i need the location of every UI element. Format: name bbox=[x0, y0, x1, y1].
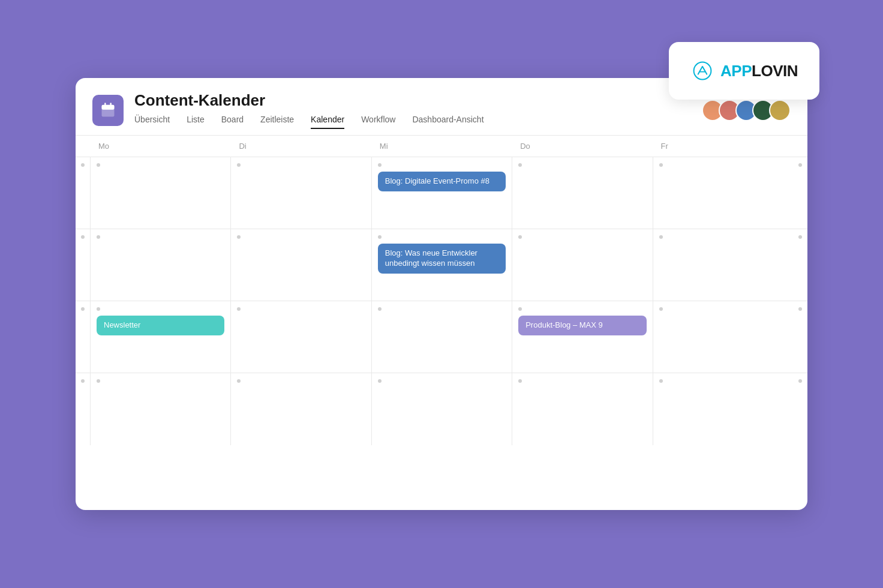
applovin-card: APPLOVIN bbox=[669, 42, 819, 100]
dot bbox=[798, 235, 802, 239]
cal-cell-mo-2[interactable] bbox=[90, 229, 230, 301]
applovin-logo-icon bbox=[690, 59, 714, 83]
main-card: APPLOVIN Content-Kalender Übersicht List… bbox=[76, 78, 807, 510]
calendar-row: Blog: Digitale Event-Promo #8 bbox=[76, 157, 807, 229]
page-title: Content-Kalender bbox=[134, 91, 691, 110]
cal-cell-mi-3[interactable] bbox=[371, 301, 512, 373]
dot bbox=[237, 235, 241, 239]
event-chip[interactable]: Produkt-Blog – MAX 9 bbox=[518, 316, 646, 335]
dot bbox=[81, 307, 85, 311]
dot bbox=[97, 307, 100, 311]
svg-point-0 bbox=[694, 62, 711, 80]
header-dot-right bbox=[793, 136, 807, 157]
row-right-dots bbox=[793, 301, 807, 373]
dot bbox=[81, 379, 85, 383]
day-header-di: Di bbox=[230, 136, 371, 157]
dot bbox=[97, 163, 100, 167]
avatar bbox=[769, 100, 791, 121]
event-chip[interactable]: Blog: Digitale Event-Promo #8 bbox=[378, 172, 506, 191]
cal-cell-mi-2[interactable]: Blog: Was neue Entwickler unbedingt wiss… bbox=[371, 229, 512, 301]
title-nav: Content-Kalender Übersicht Liste Board Z… bbox=[134, 91, 691, 129]
day-header-mo: Mo bbox=[90, 136, 230, 157]
dot bbox=[659, 163, 663, 167]
dot bbox=[659, 379, 663, 383]
cal-cell-mi-4[interactable] bbox=[371, 373, 512, 445]
header-dot-left bbox=[76, 136, 90, 157]
cal-cell-fr-2[interactable] bbox=[653, 229, 793, 301]
tab-liste[interactable]: Liste bbox=[187, 115, 205, 129]
day-header-mi: Mi bbox=[371, 136, 512, 157]
dot bbox=[659, 235, 663, 239]
tab-board[interactable]: Board bbox=[221, 115, 244, 129]
svg-rect-2 bbox=[102, 104, 115, 109]
dot bbox=[237, 307, 241, 311]
dot bbox=[378, 163, 382, 167]
tab-kalender[interactable]: Kalender bbox=[311, 115, 344, 129]
calendar-icon bbox=[100, 102, 116, 119]
dot bbox=[518, 379, 522, 383]
dot bbox=[378, 307, 382, 311]
applovin-logo: APPLOVIN bbox=[690, 59, 798, 83]
cal-cell-mo-1[interactable] bbox=[90, 157, 230, 229]
row-right-dots bbox=[793, 229, 807, 301]
tab-zeitleiste[interactable]: Zeitleiste bbox=[260, 115, 294, 129]
app-icon bbox=[92, 95, 124, 126]
dot bbox=[798, 307, 802, 311]
event-chip[interactable]: Blog: Was neue Entwickler unbedingt wiss… bbox=[378, 244, 506, 274]
dot bbox=[798, 163, 802, 167]
calendar: Mo Di Mi Do Fr Blog: bbox=[76, 135, 807, 445]
dot bbox=[97, 235, 100, 239]
calendar-body: Blog: Digitale Event-Promo #8 bbox=[76, 157, 807, 445]
row-left-dots bbox=[76, 229, 90, 301]
svg-rect-4 bbox=[110, 103, 112, 106]
row-right-dots bbox=[793, 157, 807, 229]
cal-cell-fr-1[interactable] bbox=[653, 157, 793, 229]
calendar-row: Blog: Was neue Entwickler unbedingt wiss… bbox=[76, 229, 807, 301]
dot bbox=[97, 379, 100, 383]
cal-cell-mi-1[interactable]: Blog: Digitale Event-Promo #8 bbox=[371, 157, 512, 229]
dot bbox=[798, 379, 802, 383]
dot bbox=[659, 307, 663, 311]
calendar-header: Mo Di Mi Do Fr bbox=[76, 136, 807, 157]
event-chip[interactable]: Newsletter bbox=[97, 316, 224, 335]
tab-dashboard[interactable]: Dashboard-Ansicht bbox=[412, 115, 483, 129]
dot bbox=[378, 379, 382, 383]
dot bbox=[237, 163, 241, 167]
row-left-dots bbox=[76, 373, 90, 445]
cal-cell-do-1[interactable] bbox=[512, 157, 652, 229]
dot bbox=[81, 163, 85, 167]
calendar-row: Newsletter Produkt-Blog – MAX 9 bbox=[76, 301, 807, 373]
cal-cell-di-2[interactable] bbox=[230, 229, 371, 301]
avatars-group bbox=[702, 100, 791, 121]
cal-cell-di-3[interactable] bbox=[230, 301, 371, 373]
cal-cell-fr-3[interactable] bbox=[653, 301, 793, 373]
row-right-dots bbox=[793, 373, 807, 445]
cal-cell-fr-4[interactable] bbox=[653, 373, 793, 445]
row-left-dots bbox=[76, 157, 90, 229]
cal-cell-mo-4[interactable] bbox=[90, 373, 230, 445]
cal-cell-di-1[interactable] bbox=[230, 157, 371, 229]
applovin-brand-text: APPLOVIN bbox=[720, 62, 798, 80]
dot bbox=[518, 307, 522, 311]
tab-ubersicht[interactable]: Übersicht bbox=[134, 115, 170, 129]
dot bbox=[237, 379, 241, 383]
cal-cell-mo-3[interactable]: Newsletter bbox=[90, 301, 230, 373]
nav-tabs: Übersicht Liste Board Zeitleiste Kalende… bbox=[134, 115, 691, 129]
cal-cell-do-4[interactable] bbox=[512, 373, 652, 445]
tab-workflow[interactable]: Workflow bbox=[361, 115, 395, 129]
dot bbox=[518, 235, 522, 239]
dot bbox=[378, 235, 382, 239]
dot bbox=[81, 235, 85, 239]
cal-cell-di-4[interactable] bbox=[230, 373, 371, 445]
svg-rect-3 bbox=[104, 103, 106, 106]
day-header-do: Do bbox=[512, 136, 652, 157]
cal-cell-do-3[interactable]: Produkt-Blog – MAX 9 bbox=[512, 301, 652, 373]
row-left-dots bbox=[76, 301, 90, 373]
calendar-row bbox=[76, 373, 807, 445]
cal-cell-do-2[interactable] bbox=[512, 229, 652, 301]
dot bbox=[518, 163, 522, 167]
day-header-fr: Fr bbox=[653, 136, 793, 157]
